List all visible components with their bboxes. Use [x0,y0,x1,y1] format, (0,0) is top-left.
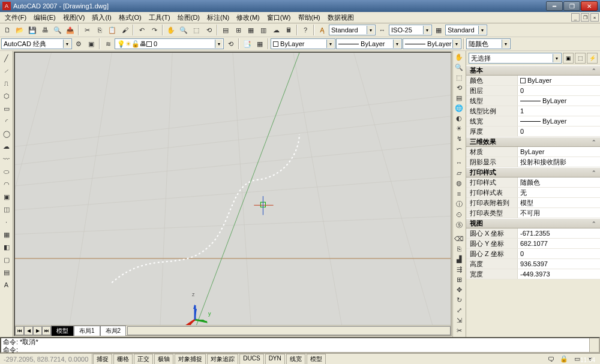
menu-view[interactable]: 视图(V) [59,13,89,23]
ellipse-tool[interactable]: ⬭ [1,166,13,178]
stretch-tool[interactable]: ⇲ [453,316,465,326]
menu-edit[interactable]: 编辑(E) [30,13,59,23]
undo-icon[interactable]: ↶ [136,24,148,36]
tab-model[interactable]: 模型 [51,326,74,336]
status-toggle-极轴[interactable]: 极轴 [154,354,173,365]
drawing-area[interactable]: z y [15,53,451,325]
new-icon[interactable]: 🗋 [1,24,13,36]
status-toggle-模型[interactable]: 模型 [307,354,326,365]
list-tool[interactable]: ≡ [453,189,465,198]
status-toggle-栅格[interactable]: 栅格 [113,354,133,365]
tablestyle-icon[interactable]: ▦ [433,24,445,36]
prop-value[interactable]: 投射和接收阴影 [518,157,600,167]
spline-tool[interactable]: 〰 [1,153,13,165]
status-toggle-捕捉[interactable]: 捕捉 [93,354,112,365]
textstyle-icon[interactable]: Ą [316,24,328,36]
zoomprev-icon[interactable]: ⟲ [203,24,215,36]
copy-icon[interactable]: ⎘ [94,24,106,36]
named-views-tool[interactable]: ▤ [453,93,465,103]
toolpalettes-icon[interactable]: ▦ [245,24,257,36]
prop-row[interactable]: 阴影显示投射和接收阴影 [466,157,600,167]
prop-row[interactable]: 打印样式随颜色 [466,178,600,188]
array-tool[interactable]: ⊞ [453,275,465,285]
selection-combo[interactable]: 无选择▼ [469,53,562,64]
cut-icon[interactable]: ✂ [81,24,93,36]
plotstyle-combo[interactable]: 随颜色▼ [466,38,511,49]
prop-row[interactable]: 宽度-449.3973 [466,269,600,279]
plot-icon[interactable]: 🖶 [39,24,51,36]
designcenter-icon[interactable]: ⊞ [232,24,244,36]
zoom-realtime-tool[interactable]: 🔍 [453,62,465,72]
ucs-tool[interactable]: ↯ [453,134,465,144]
mdi-close-button[interactable]: × [590,13,599,22]
prop-value[interactable]: -671.2355 [518,228,600,238]
make-block-tool[interactable]: ◫ [1,203,13,215]
open-icon[interactable]: 📂 [14,24,26,36]
pan-tool[interactable]: ✋ [453,52,465,62]
3dorbit-tool[interactable]: 🌐 [453,103,465,113]
prop-value[interactable]: 1 [518,106,600,116]
command-scrollbar[interactable] [589,338,599,352]
minimize-button[interactable]: ━ [546,1,563,11]
hatch-tool[interactable]: ▦ [1,228,13,240]
pan-icon[interactable]: ✋ [165,24,177,36]
help-icon[interactable]: ? [299,24,311,36]
mdi-restore-button[interactable]: ❐ [581,13,589,22]
zoom-window-tool[interactable]: ⬚ [453,73,465,82]
color-combo[interactable]: ByLayer▼ [271,38,335,49]
hide-tool[interactable]: ◐ [453,113,465,123]
menu-draw[interactable]: 绘图(D) [174,13,203,23]
layer-combo[interactable]: 💡☀🔓🖶 0▼ [115,38,224,49]
zoomrt-icon[interactable]: 🔍 [178,24,190,36]
menu-window[interactable]: 窗口(W) [263,13,295,23]
status-toggle-DUCS[interactable]: DUCS [239,354,263,365]
trim-tool[interactable]: ✂ [453,326,465,336]
mirror-tool[interactable]: ▟ [453,254,465,264]
tab-last-button[interactable]: ⏭ [42,326,51,335]
prop-row[interactable]: 高度936.5397 [466,259,600,269]
qcalc-icon[interactable]: 🖩 [283,24,295,36]
prop-row[interactable]: 打印样式表无 [466,188,600,198]
prop-row[interactable]: 圆心 X 坐标-671.2355 [466,228,600,239]
prop-row[interactable]: 材质ByLayer [466,147,600,157]
workspace-save-icon[interactable]: ▣ [85,38,97,50]
dimstyle-combo[interactable]: ISO-25▼ [389,25,432,35]
prop-row[interactable]: 圆心 Z 坐标0 [466,249,600,259]
prop-row[interactable]: 圆心 Y 坐标682.1077 [466,239,600,249]
distance-tool[interactable]: ↔ [453,158,465,167]
status-toggle-对象捕捉[interactable]: 对象捕捉 [175,354,206,365]
prop-value[interactable]: 0 [518,127,600,136]
render-tool[interactable]: ☀ [453,124,465,133]
tab-layout1[interactable]: 布局1 [74,326,100,336]
table-tool[interactable]: ▤ [1,266,13,278]
layer-iso-icon[interactable]: ▦ [254,38,266,50]
line-tool[interactable]: ╱ [1,52,13,64]
prop-value[interactable]: 无 [518,188,600,197]
mtext-tool[interactable]: A [1,279,13,291]
polygon-tool[interactable]: ⬡ [1,90,13,102]
lock-icon[interactable]: 🔒 [558,353,570,365]
move-tool[interactable]: ✥ [453,285,465,295]
tablestyle-combo[interactable]: Standard▼ [445,25,487,35]
workspace-settings-icon[interactable]: ⚙ [73,38,85,50]
insert-block-tool[interactable]: ▣ [1,191,13,203]
prop-row[interactable]: 线型ByLayer [466,96,600,106]
prop-section-视图[interactable]: 视图⌃ [466,218,600,228]
zoom-prev-tool[interactable]: ⟲ [453,83,465,92]
paste-icon[interactable]: 📋 [106,24,118,36]
prop-row[interactable]: 打印表附着到模型 [466,198,600,208]
id-tool[interactable]: ⓘ [453,199,465,209]
tab-first-button[interactable]: ⏮ [15,326,24,335]
tab-next-button[interactable]: ▶ [33,326,42,335]
time-tool[interactable]: ⏲ [453,210,465,219]
save-icon[interactable]: 💾 [26,24,38,36]
rotate-tool[interactable]: ↻ [453,296,465,305]
textstyle-combo[interactable]: Standard▼ [329,25,376,35]
status-toggle-DYN[interactable]: DYN [265,354,285,365]
status-tool[interactable]: ⓢ [453,220,465,230]
lineweight-combo[interactable]: ByLayer▼ [403,38,461,49]
quick-select-button[interactable]: ⚡ [587,53,598,64]
prop-row[interactable]: 线宽ByLayer [466,116,600,127]
menu-tools[interactable]: 工具(T) [145,13,174,23]
copy-tool[interactable]: ⎘ [453,244,465,254]
